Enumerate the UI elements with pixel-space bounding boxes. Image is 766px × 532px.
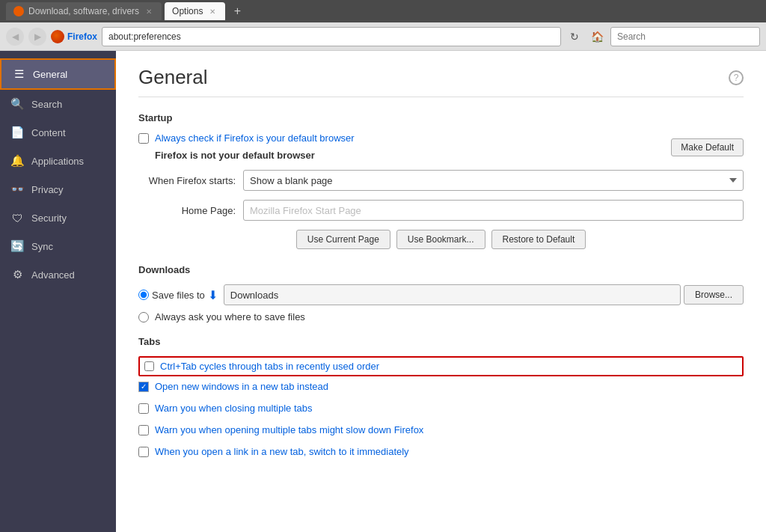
advanced-icon: ⚙ xyxy=(10,268,24,281)
firefox-icon xyxy=(13,6,24,16)
warn-opening-label[interactable]: Warn you when opening multiple tabs migh… xyxy=(155,424,423,435)
always-ask-radio[interactable] xyxy=(138,312,149,322)
sidebar: ☰ General 🔍 Search 📄 Content 🔔 Applicati… xyxy=(0,51,116,532)
search-icon: 🔍 xyxy=(10,97,24,111)
downloads-path-input[interactable] xyxy=(224,284,681,305)
ctrl-tab-checkbox[interactable] xyxy=(144,361,154,371)
save-files-row: Save files to ⬇ Browse... xyxy=(138,284,744,305)
open-new-windows-row: Open new windows in a new tab instead xyxy=(138,381,744,392)
default-check-row: Always check if Firefox is your default … xyxy=(138,132,744,144)
when-starts-select[interactable]: Show a blank page xyxy=(243,170,744,191)
content-icon: 📄 xyxy=(10,126,24,139)
open-link-label[interactable]: When you open a link in a new tab, switc… xyxy=(155,446,409,457)
sidebar-item-content[interactable]: 📄 Content xyxy=(0,118,116,147)
sidebar-label-security: Security xyxy=(31,213,67,224)
open-link-row: When you open a link in a new tab, switc… xyxy=(138,446,744,457)
page-title: General xyxy=(138,66,208,89)
when-starts-label: When Firefox starts: xyxy=(138,175,236,186)
sidebar-item-search[interactable]: 🔍 Search xyxy=(0,90,116,118)
browse-button[interactable]: Browse... xyxy=(684,285,744,305)
tabs-section: Tabs Ctrl+Tab cycles through tabs in rec… xyxy=(138,336,744,463)
make-default-button[interactable]: Make Default xyxy=(671,138,744,156)
warn-closing-checkbox[interactable] xyxy=(138,403,149,414)
sidebar-label-search: Search xyxy=(31,99,62,110)
tab-download[interactable]: Download, software, drivers ✕ xyxy=(6,2,162,20)
general-icon: ☰ xyxy=(12,67,25,81)
header-divider xyxy=(138,97,744,97)
home-page-label: Home Page: xyxy=(138,205,236,216)
always-ask-label[interactable]: Always ask you where to save files xyxy=(155,311,305,322)
tab-download-label: Download, software, drivers xyxy=(28,6,139,16)
ctrl-tab-row: Ctrl+Tab cycles through tabs in recently… xyxy=(138,356,744,376)
sidebar-item-sync[interactable]: 🔄 Sync xyxy=(0,232,116,260)
url-bar[interactable] xyxy=(102,27,561,46)
startup-btn-row: Use Current Page Use Bookmark... Restore… xyxy=(138,230,744,249)
tab-options-label: Options xyxy=(172,6,203,16)
privacy-icon: 👓 xyxy=(10,183,24,196)
warn-closing-label[interactable]: Warn you when closing multiple tabs xyxy=(155,403,313,414)
firefox-logo-icon xyxy=(51,30,64,43)
firefox-brand: Firefox xyxy=(67,31,97,42)
back-button[interactable]: ◀ xyxy=(6,28,24,46)
home-page-row: Home Page: xyxy=(138,200,744,221)
sidebar-label-advanced: Advanced xyxy=(31,269,75,281)
open-new-windows-label[interactable]: Open new windows in a new tab instead xyxy=(155,381,328,392)
tab-close-options[interactable]: ✕ xyxy=(207,6,218,16)
app-body: ☰ General 🔍 Search 📄 Content 🔔 Applicati… xyxy=(0,51,766,532)
sidebar-label-applications: Applications xyxy=(31,156,84,167)
sidebar-label-sync: Sync xyxy=(31,241,53,252)
warn-opening-row: Warn you when opening multiple tabs migh… xyxy=(138,424,744,435)
forward-button[interactable]: ▶ xyxy=(28,28,46,46)
applications-icon: 🔔 xyxy=(10,154,24,168)
startup-title: Startup xyxy=(138,112,744,123)
sidebar-item-applications[interactable]: 🔔 Applications xyxy=(0,147,116,175)
tabs-title: Tabs xyxy=(138,336,744,347)
sidebar-label-content: Content xyxy=(31,127,66,138)
restore-default-button[interactable]: Restore to Default xyxy=(491,230,586,249)
default-browser-label[interactable]: Always check if Firefox is your default … xyxy=(155,132,355,144)
when-starts-row: When Firefox starts: Show a blank page xyxy=(138,170,744,191)
security-icon: 🛡 xyxy=(10,211,24,224)
sidebar-item-security[interactable]: 🛡 Security xyxy=(0,204,116,232)
save-files-radio[interactable] xyxy=(138,290,149,300)
home-page-input[interactable] xyxy=(243,200,744,221)
nav-search-input[interactable] xyxy=(610,27,760,46)
content-area: General ? Startup Always check if Firefo… xyxy=(116,51,766,532)
downloads-title: Downloads xyxy=(138,264,744,275)
sidebar-label-privacy: Privacy xyxy=(31,184,64,195)
warn-opening-checkbox[interactable] xyxy=(138,425,149,435)
open-link-checkbox[interactable] xyxy=(138,447,149,457)
use-bookmark-button[interactable]: Use Bookmark... xyxy=(396,230,485,249)
title-bar: Download, software, drivers ✕ Options ✕ … xyxy=(0,0,766,22)
help-icon[interactable]: ? xyxy=(729,70,744,85)
ctrl-tab-label[interactable]: Ctrl+Tab cycles through tabs in recently… xyxy=(160,361,379,372)
downloads-section: Downloads Save files to ⬇ Browse... Alwa… xyxy=(138,264,744,322)
use-current-page-button[interactable]: Use Current Page xyxy=(296,230,390,249)
downloads-folder-icon: ⬇ xyxy=(208,288,218,302)
always-ask-row: Always ask you where to save files xyxy=(138,311,744,322)
sidebar-item-general[interactable]: ☰ General xyxy=(0,58,116,90)
tab-options[interactable]: Options ✕ xyxy=(165,2,225,20)
tab-close-download[interactable]: ✕ xyxy=(144,6,154,16)
not-default-warning: Firefox is not your default browser xyxy=(155,150,315,161)
sidebar-item-privacy[interactable]: 👓 Privacy xyxy=(0,175,116,204)
save-files-label[interactable]: Save files to xyxy=(152,290,205,301)
startup-section: Startup Always check if Firefox is your … xyxy=(138,112,744,249)
content-header: General ? xyxy=(138,66,744,89)
nav-bar: ◀ ▶ Firefox ↻ 🏠 xyxy=(0,22,766,51)
firefox-logo: Firefox xyxy=(51,30,97,43)
sidebar-item-advanced[interactable]: ⚙ Advanced xyxy=(0,260,116,289)
warn-closing-row: Warn you when closing multiple tabs xyxy=(138,403,744,414)
tabs-options: Ctrl+Tab cycles through tabs in recently… xyxy=(138,356,744,463)
new-tab-button[interactable]: + xyxy=(228,2,246,20)
sync-icon: 🔄 xyxy=(10,239,24,253)
home-button[interactable]: 🏠 xyxy=(588,28,606,46)
refresh-button[interactable]: ↻ xyxy=(566,28,583,46)
sidebar-label-general: General xyxy=(33,69,67,80)
open-new-windows-checkbox-checked[interactable] xyxy=(138,382,149,392)
default-browser-checkbox[interactable] xyxy=(138,133,149,144)
